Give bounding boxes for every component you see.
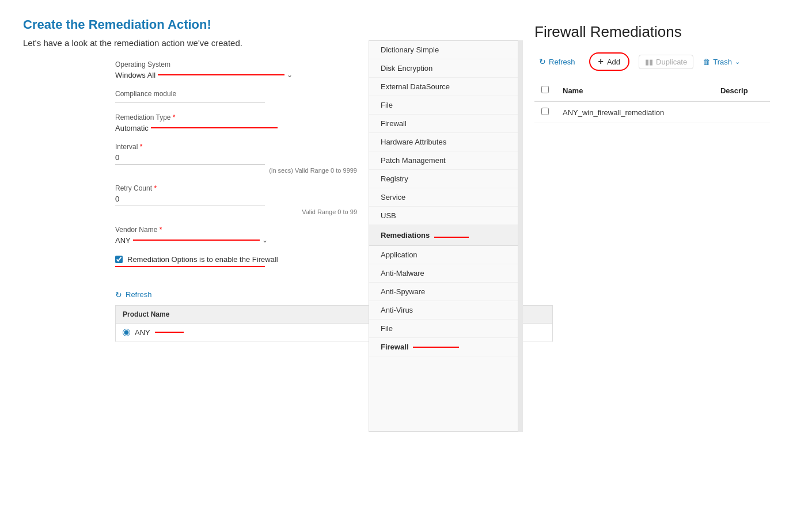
form-section: Operating System Windows All ⌄ Complianc… bbox=[115, 60, 357, 267]
nav-item-registry[interactable]: Registry bbox=[369, 170, 518, 188]
duplicate-label: Duplicate bbox=[656, 58, 687, 66]
compliance-label: Compliance module bbox=[115, 90, 357, 98]
remediation-type-underline bbox=[151, 127, 278, 128]
table-header-row: Name Descrip bbox=[534, 80, 770, 101]
compliance-group: Compliance module bbox=[115, 90, 357, 103]
row-checkbox-cell bbox=[534, 101, 556, 123]
nav-item-anti-spyware[interactable]: Anti-Spyware bbox=[369, 283, 518, 301]
right-panel: Firewall Remediations ↻ Refresh + Add ▮▮… bbox=[523, 12, 781, 520]
product-cell: ANY bbox=[116, 323, 403, 341]
nav-item-application[interactable]: Application bbox=[369, 246, 518, 264]
refresh-toolbar-icon: ↻ bbox=[539, 57, 546, 66]
firewall-checkbox-label: Remediation Options is to enable the Fir… bbox=[127, 255, 278, 264]
product-underline bbox=[155, 332, 184, 333]
firewall-remediations-table: Name Descrip ANY_win_firewall_remediatio… bbox=[534, 80, 770, 123]
refresh-icon: ↻ bbox=[115, 290, 122, 299]
bottom-refresh-label: Refresh bbox=[126, 290, 152, 299]
firewall-nav-underline bbox=[413, 347, 459, 348]
toolbar: ↻ Refresh + Add ▮▮ Duplicate 🗑 Trash ⌄ bbox=[534, 52, 770, 71]
interval-group: Interval * 0 (in secs) Valid Range 0 to … bbox=[115, 143, 357, 174]
nav-item-file-bottom[interactable]: File bbox=[369, 320, 518, 338]
interval-hint: (in secs) Valid Range 0 to 9999 bbox=[115, 167, 357, 174]
refresh-button[interactable]: ↻ Refresh bbox=[534, 55, 580, 69]
nav-item-anti-virus[interactable]: Anti-Virus bbox=[369, 301, 518, 320]
row-checkbox[interactable] bbox=[541, 108, 549, 115]
nav-item-patch-management[interactable]: Patch Management bbox=[369, 151, 518, 170]
nav-item-firewall-top[interactable]: Firewall bbox=[369, 115, 518, 133]
vendor-chevron-icon[interactable]: ⌄ bbox=[262, 236, 268, 244]
nav-item-anti-malware[interactable]: Anti-Malware bbox=[369, 264, 518, 283]
trash-chevron-icon: ⌄ bbox=[735, 58, 740, 66]
retry-count-hint: Valid Range 0 to 99 bbox=[115, 208, 357, 215]
nav-item-external-datasource[interactable]: External DataSource bbox=[369, 78, 518, 96]
os-label: Operating System bbox=[115, 60, 357, 69]
remediation-name-cell: ANY_win_firewall_remediation bbox=[556, 101, 714, 123]
vendor-underline bbox=[133, 240, 260, 241]
nav-item-service[interactable]: Service bbox=[369, 188, 518, 207]
nav-item-hardware-attributes[interactable]: Hardware Attributes bbox=[369, 133, 518, 151]
nav-panel: Dictionary Simple Disk Encryption Extern… bbox=[369, 40, 518, 432]
name-column-header: Name bbox=[556, 80, 714, 101]
os-value: Windows All bbox=[115, 71, 155, 79]
remediation-descrip-cell bbox=[714, 101, 770, 123]
checkbox-group: Remediation Options is to enable the Fir… bbox=[115, 255, 357, 267]
page-heading: Create the Remediation Action! bbox=[23, 17, 357, 32]
left-panel: Create the Remediation Action! Let's hav… bbox=[12, 12, 369, 520]
title-section: Create the Remediation Action! Let's hav… bbox=[23, 17, 357, 50]
vendor-name-label: Vendor Name * bbox=[115, 226, 357, 234]
firewall-checkbox[interactable] bbox=[115, 256, 123, 263]
retry-count-label: Retry Count * bbox=[115, 184, 357, 192]
bottom-refresh-button[interactable]: ↻ Refresh bbox=[115, 290, 152, 299]
remediation-type-select-row: Automatic bbox=[115, 124, 357, 132]
table-row: ANY_win_firewall_remediation bbox=[534, 101, 770, 123]
retry-count-group: Retry Count * 0 Valid Range 0 to 99 bbox=[115, 184, 357, 215]
os-group: Operating System Windows All ⌄ bbox=[115, 60, 357, 79]
interval-value: 0 bbox=[115, 153, 357, 162]
trash-label: Trash bbox=[713, 58, 732, 66]
vendor-name-group: Vendor Name * ANY ⌄ bbox=[115, 226, 357, 245]
descrip-column-header: Descrip bbox=[714, 80, 770, 101]
os-underline bbox=[158, 74, 284, 75]
retry-count-value: 0 bbox=[115, 195, 357, 203]
add-button[interactable]: + Add bbox=[589, 52, 629, 71]
interval-label: Interval * bbox=[115, 143, 357, 151]
nav-item-firewall-selected[interactable]: Firewall bbox=[369, 338, 518, 356]
nav-item-usb[interactable]: USB bbox=[369, 207, 518, 225]
product-radio[interactable] bbox=[123, 329, 130, 336]
firewall-nav-label: Firewall bbox=[381, 343, 408, 351]
vendor-required: * bbox=[160, 226, 162, 234]
product-name: ANY bbox=[135, 328, 150, 337]
trash-button[interactable]: 🗑 Trash ⌄ bbox=[703, 58, 740, 66]
add-label: Add bbox=[607, 58, 620, 66]
nav-item-dictionary-simple[interactable]: Dictionary Simple bbox=[369, 41, 518, 59]
os-select-row: Windows All ⌄ bbox=[115, 71, 357, 79]
right-panel-title: Firewall Remediations bbox=[534, 23, 770, 41]
remediation-type-label: Remediation Type * bbox=[115, 113, 357, 121]
firewall-checkbox-row: Remediation Options is to enable the Fir… bbox=[115, 255, 357, 264]
interval-required: * bbox=[140, 143, 143, 151]
nav-item-disk-encryption[interactable]: Disk Encryption bbox=[369, 59, 518, 78]
add-plus-icon: + bbox=[598, 56, 604, 67]
vendor-name-value: ANY bbox=[115, 236, 131, 245]
vendor-select-row: ANY ⌄ bbox=[115, 236, 357, 245]
remediation-type-value: Automatic bbox=[115, 124, 149, 132]
remediations-section-header: Remediations bbox=[369, 225, 518, 246]
bottom-section: ↻ Refresh Product Name Version ANY bbox=[115, 290, 357, 342]
retry-required: * bbox=[154, 184, 157, 192]
page-subtext: Let's have a look at the remediation act… bbox=[23, 37, 357, 50]
remediations-label: Remediations bbox=[381, 231, 430, 240]
scrollbar[interactable] bbox=[518, 40, 523, 432]
select-all-header bbox=[534, 80, 556, 101]
chevron-down-icon[interactable]: ⌄ bbox=[287, 71, 293, 79]
checkbox-underline bbox=[115, 266, 265, 267]
remediation-type-group: Remediation Type * Automatic bbox=[115, 113, 357, 132]
select-all-checkbox[interactable] bbox=[541, 86, 549, 93]
duplicate-icon: ▮▮ bbox=[645, 58, 653, 66]
refresh-label: Refresh bbox=[549, 58, 575, 66]
trash-icon: 🗑 bbox=[703, 58, 710, 66]
duplicate-button[interactable]: ▮▮ Duplicate bbox=[639, 55, 693, 69]
product-name-header: Product Name bbox=[116, 305, 403, 323]
remediations-underline bbox=[434, 237, 469, 238]
required-mark: * bbox=[173, 113, 176, 121]
nav-item-file-top[interactable]: File bbox=[369, 96, 518, 115]
